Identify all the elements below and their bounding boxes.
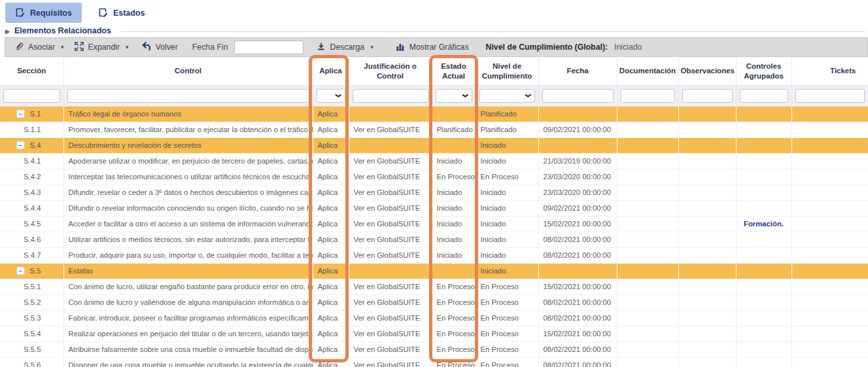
seccion-id: S.4.2 xyxy=(24,173,41,181)
estado-actual-cell xyxy=(432,137,476,153)
seccion-id: S.5.1 xyxy=(24,283,41,290)
expandir-label: Expandir xyxy=(88,43,120,52)
table-row[interactable]: S.4.3Difundir, revelar o ceder a 3º dato… xyxy=(0,184,868,200)
table-row[interactable]: S.5.2Con ánimo de lucro y valiéndose de … xyxy=(0,294,868,310)
table-row[interactable]: S.5.1Con ánimo de lucro, utilizar engaño… xyxy=(0,279,868,294)
fecha-cell: 23/03/2020 00:00:00 xyxy=(538,184,617,200)
tickets-cell xyxy=(791,326,868,341)
estado-actual-cell: En Proceso xyxy=(432,357,476,367)
related-elements-header[interactable]: ▶ Elementos Relacionados xyxy=(5,26,868,35)
estado-actual-cell: Iniciado xyxy=(432,200,476,216)
nivel-cell: Iniciado xyxy=(476,216,538,232)
table-row[interactable]: S.4.7Producir, adquirir para su uso, imp… xyxy=(0,247,868,263)
tab-estados[interactable]: Estados xyxy=(88,3,155,23)
column-header-observaciones[interactable]: Observaciones xyxy=(678,58,736,85)
filter-cell-controles_agrupados xyxy=(736,85,791,106)
download-icon xyxy=(317,42,326,53)
group-row[interactable]: −S.5EstafasAplicaIniciado xyxy=(0,263,868,279)
filter-cell-control xyxy=(63,85,313,106)
filter-select-estado_actual[interactable]: ❯ xyxy=(436,89,472,103)
documentacion-cell xyxy=(617,169,678,184)
seccion-cell: S.5.4 xyxy=(0,326,63,341)
table-row[interactable]: S.4.4Difundir o revelar información cono… xyxy=(0,200,868,216)
fecha-cell: 15/02/2021 00:00:00 xyxy=(538,216,617,232)
table-row[interactable]: S.4.6Utilizar artificios o medios técnic… xyxy=(0,232,868,247)
mostrar-graficas-button[interactable]: Mostrar Gráficas xyxy=(396,42,469,53)
column-header-control[interactable]: Control xyxy=(63,58,313,85)
filter-input-observaciones[interactable] xyxy=(682,89,733,103)
table-row[interactable]: S.4.5Acceder o facilitar a otro el acces… xyxy=(0,216,868,232)
table-row[interactable]: S.4.1Apoderarse utilizar o modificar, en… xyxy=(0,153,868,169)
caret-down-icon: ▾ xyxy=(61,44,64,50)
chevron-down-icon: ❯ xyxy=(336,93,342,97)
group-row[interactable]: −S.1Tráfico ilegal de órganos humanosApl… xyxy=(0,106,868,122)
filter-input-fecha[interactable] xyxy=(542,89,614,103)
global-compliance-label: Nivel de Cumplimiento (Global): xyxy=(486,43,608,52)
seccion-cell: S.4.3 xyxy=(0,184,63,200)
observaciones-cell xyxy=(678,106,736,122)
control-cell: Descubrimiento y revelación de secretos xyxy=(63,137,313,153)
filter-input-justificacion[interactable] xyxy=(353,89,428,103)
column-header-fecha[interactable]: Fecha xyxy=(538,58,617,85)
tickets-cell xyxy=(791,247,868,263)
column-header-justificacion[interactable]: Justificación o Control xyxy=(349,58,432,85)
control-cell: Difundir o revelar información conociend… xyxy=(63,200,313,216)
tab-requisitos[interactable]: Requisitos xyxy=(5,3,82,23)
table-header-row: SecciónControlAplicaJustificación o Cont… xyxy=(0,58,868,85)
filter-input-tickets[interactable] xyxy=(795,89,865,103)
documentacion-cell xyxy=(617,153,678,169)
asociar-button[interactable]: Asociar ▾ xyxy=(14,41,64,53)
collapse-expander-icon[interactable]: − xyxy=(16,110,25,118)
collapse-expander-icon[interactable]: − xyxy=(16,267,25,275)
controles-agrupados-cell xyxy=(736,232,791,247)
observaciones-cell xyxy=(678,247,736,263)
filter-select-nivel[interactable]: ❯ xyxy=(479,89,535,103)
group-row[interactable]: −S.4Descubrimiento y revelación de secre… xyxy=(0,137,868,153)
aplica-cell: Aplica xyxy=(313,310,349,326)
seccion-cell: S.5.6 xyxy=(0,357,63,367)
controles-agrupados-cell xyxy=(736,169,791,184)
tickets-cell xyxy=(791,341,868,357)
estado-actual-cell: En Proceso xyxy=(432,341,476,357)
controles-agrupados-cell xyxy=(736,279,791,294)
nivel-cell: Planificado xyxy=(476,106,538,122)
filter-input-controles_agrupados[interactable] xyxy=(740,89,788,103)
justificacion-cell: Ver en GlobalSUITE xyxy=(349,169,432,184)
controles-agrupados-cell xyxy=(736,137,791,153)
column-header-seccion[interactable]: Sección xyxy=(0,58,63,85)
table-row[interactable]: S.1.1Promover, favorecer, facilitar, pub… xyxy=(0,122,868,137)
table-row[interactable]: S.5.4Realizar operaciones en perjuicio d… xyxy=(0,326,868,341)
table-row[interactable]: S.4.2Interceptar las telecomunicaciones … xyxy=(0,169,868,184)
column-header-tickets[interactable]: Tickets xyxy=(791,58,868,85)
volver-label: Volver xyxy=(156,43,178,52)
table-row[interactable]: S.5.3Fabricar, introducir, poseer o faci… xyxy=(0,310,868,326)
filter-select-aplica[interactable]: ❯ xyxy=(317,89,345,103)
filter-input-seccion[interactable] xyxy=(3,89,60,103)
volver-button[interactable]: Volver xyxy=(141,41,178,53)
documentacion-cell xyxy=(617,216,678,232)
collapse-expander-icon[interactable]: − xyxy=(16,141,25,150)
seccion-id: S.4.6 xyxy=(24,236,41,243)
expandir-button[interactable]: Expandir ▾ xyxy=(75,42,129,53)
fecha-fin-input[interactable] xyxy=(234,41,304,54)
observaciones-cell xyxy=(678,216,736,232)
aplica-cell: Aplica xyxy=(313,247,349,263)
toolbar: Asociar ▾ Expandir ▾ V xyxy=(5,37,868,57)
column-header-estado_actual[interactable]: Estado Actual xyxy=(432,58,476,85)
column-header-controles_agrupados[interactable]: Controles Agrupados xyxy=(736,58,791,85)
column-header-nivel[interactable]: Nivel de Cumplimiento xyxy=(476,58,538,85)
controles-agrupados-link[interactable]: Formación. xyxy=(744,220,784,228)
filter-input-documentacion[interactable] xyxy=(621,89,675,103)
documentacion-cell xyxy=(617,232,678,247)
triangle-right-icon: ▶ xyxy=(5,28,10,35)
filter-input-control[interactable] xyxy=(67,89,309,103)
column-header-documentacion[interactable]: Documentación xyxy=(617,58,678,85)
table-row[interactable]: S.5.6Disponer de una cosa mueble o inmue… xyxy=(0,357,868,367)
column-header-aplica[interactable]: Aplica xyxy=(313,58,349,85)
controles-agrupados-cell xyxy=(736,200,791,216)
descarga-button[interactable]: Descarga ▾ xyxy=(317,42,373,53)
fecha-cell: 21/03/2019 00:00:00 xyxy=(538,153,617,169)
table-row[interactable]: S.5.5Atribuirse falsamente sobre una cos… xyxy=(0,341,868,357)
tickets-cell xyxy=(791,153,868,169)
nivel-cell: En Proceso xyxy=(476,310,538,326)
